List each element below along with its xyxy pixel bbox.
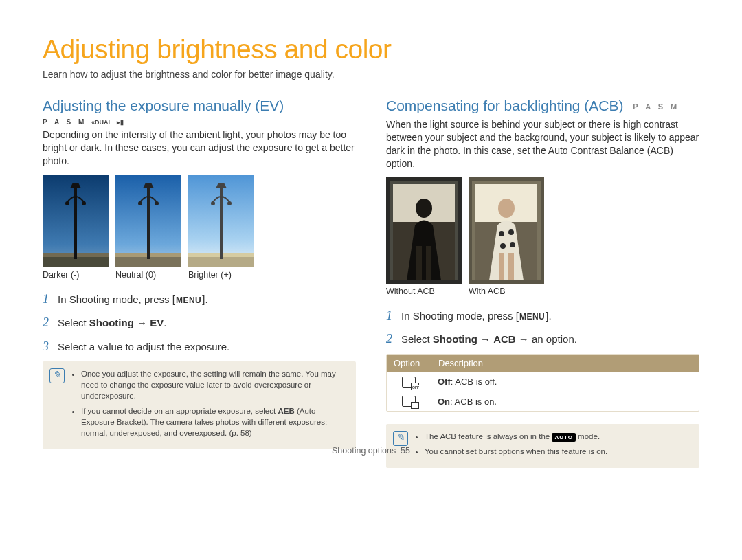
footer-section: Shooting options xyxy=(332,446,396,456)
step-text: Select a value to adjust the exposure. xyxy=(58,340,229,354)
acb-image-row: Without ACB With ACB xyxy=(386,177,699,296)
table-header: Option Description xyxy=(387,355,699,372)
svg-point-33 xyxy=(510,242,515,247)
page: Adjusting brightness and color Learn how… xyxy=(0,0,742,468)
note-item: The ACB feature is always on in the AUTO… xyxy=(425,431,607,442)
video-mode-icon: ▸▮ xyxy=(117,119,124,126)
ev-image-darker: Darker (-) xyxy=(43,175,109,280)
acb-steps: 1 In Shooting mode, press [MENU]. 2 Sele… xyxy=(386,307,699,348)
step-number: 1 xyxy=(386,307,401,324)
caption-darker: Darker (-) xyxy=(43,270,109,280)
page-subtitle: Learn how to adjust the brightness and c… xyxy=(43,69,699,80)
caption-neutral: Neutral (0) xyxy=(115,270,181,280)
acb-off-icon xyxy=(402,377,416,388)
caption-with-acb: With ACB xyxy=(469,287,544,296)
dual-mode-icon: «DUAL xyxy=(91,119,112,126)
ev-body: Depending on the intensity of the ambien… xyxy=(43,128,356,168)
svg-rect-34 xyxy=(499,253,504,280)
step-number: 3 xyxy=(43,338,58,355)
svg-point-31 xyxy=(508,229,514,235)
column-acb: Compensating for backlighting (ACB) P A … xyxy=(386,98,699,468)
svg-point-29 xyxy=(498,199,515,218)
step-text: In Shooting mode, press [MENU]. xyxy=(401,309,552,323)
svg-point-17 xyxy=(227,201,232,205)
acb-image-without: Without ACB xyxy=(386,177,462,296)
lamp-photo-darker xyxy=(43,175,109,267)
step-text: Select Shooting → ACB → an option. xyxy=(401,333,577,346)
svg-point-16 xyxy=(211,201,215,205)
acb-options-table: Option Description Off: ACB is off. On: … xyxy=(386,354,699,412)
menu-label: MENU xyxy=(175,295,202,306)
column-ev: Adjusting the exposure manually (EV) P A… xyxy=(43,98,356,468)
ev-note: ✎ Once you adjust the exposure, the sett… xyxy=(43,361,356,450)
acb-step-2: 2 Select Shooting → ACB → an option. xyxy=(386,331,699,347)
svg-point-22 xyxy=(416,199,432,218)
cell-desc: On: ACB is on. xyxy=(431,392,699,411)
svg-rect-24 xyxy=(426,246,431,280)
step-text: In Shooting mode, press [MENU]. xyxy=(58,293,208,306)
svg-rect-23 xyxy=(416,246,422,280)
ev-step-3: 3 Select a value to adjust the exposure. xyxy=(43,338,356,355)
svg-rect-15 xyxy=(220,187,223,259)
auto-badge: AUTO xyxy=(552,433,576,442)
svg-point-11 xyxy=(155,201,159,205)
th-description: Description xyxy=(431,355,699,372)
step-text: Select Shooting → EV. xyxy=(58,316,166,330)
cell-icon xyxy=(387,372,431,392)
person-photo-without-acb xyxy=(386,177,462,284)
svg-point-10 xyxy=(138,201,142,205)
svg-rect-35 xyxy=(508,253,514,280)
page-footer: Shooting options 55 xyxy=(0,446,742,456)
person-photo-with-acb xyxy=(469,177,544,284)
ev-image-neutral: Neutral (0) xyxy=(115,175,181,280)
footer-page-number: 55 xyxy=(401,446,410,456)
step-number: 2 xyxy=(386,331,401,347)
ev-modes-text: P A S M xyxy=(43,118,87,126)
acb-on-icon xyxy=(402,396,416,407)
ev-heading: Adjusting the exposure manually (EV) xyxy=(43,98,356,114)
svg-point-4 xyxy=(65,201,69,205)
cell-icon xyxy=(387,392,431,412)
lamp-photo-brighter xyxy=(188,175,254,267)
svg-point-5 xyxy=(82,201,86,205)
svg-rect-3 xyxy=(74,187,77,259)
svg-point-32 xyxy=(500,243,506,249)
th-option: Option xyxy=(387,355,431,372)
lamp-photo-neutral xyxy=(115,175,181,267)
table-row: Off: ACB is off. xyxy=(387,372,699,392)
acb-image-with: With ACB xyxy=(469,177,544,296)
cell-desc: Off: ACB is off. xyxy=(431,372,699,391)
ev-steps: 1 In Shooting mode, press [MENU]. 2 Sele… xyxy=(43,291,356,355)
menu-label: MENU xyxy=(519,311,546,322)
caption-without-acb: Without ACB xyxy=(386,287,462,296)
caption-brighter: Brighter (+) xyxy=(188,270,254,280)
acb-body: When the light source is behind your sub… xyxy=(386,118,699,170)
note-icon: ✎ xyxy=(393,431,408,446)
table-row: On: ACB is on. xyxy=(387,392,699,412)
ev-note-list: Once you adjust the exposure, the settin… xyxy=(71,368,348,443)
ev-step-1: 1 In Shooting mode, press [MENU]. xyxy=(43,291,356,307)
svg-point-30 xyxy=(499,231,504,236)
ev-image-row: Darker (-) xyxy=(43,175,356,280)
note-item: If you cannot decide on an appropriate e… xyxy=(81,405,348,438)
step-number: 2 xyxy=(43,314,58,331)
two-column-layout: Adjusting the exposure manually (EV) P A… xyxy=(43,98,699,468)
acb-modes: P A S M xyxy=(633,102,679,111)
ev-modes: P A S M «DUAL ▸▮ xyxy=(43,118,356,126)
ev-image-brighter: Brighter (+) xyxy=(188,175,254,280)
note-item: Once you adjust the exposure, the settin… xyxy=(81,368,348,401)
acb-heading: Compensating for backlighting (ACB) P A … xyxy=(386,98,699,114)
page-title: Adjusting brightness and color xyxy=(43,34,699,65)
svg-rect-9 xyxy=(147,187,150,259)
acb-step-1: 1 In Shooting mode, press [MENU]. xyxy=(386,307,699,324)
step-number: 1 xyxy=(43,291,58,307)
note-icon: ✎ xyxy=(49,368,65,383)
ev-step-2: 2 Select Shooting → EV. xyxy=(43,314,356,331)
